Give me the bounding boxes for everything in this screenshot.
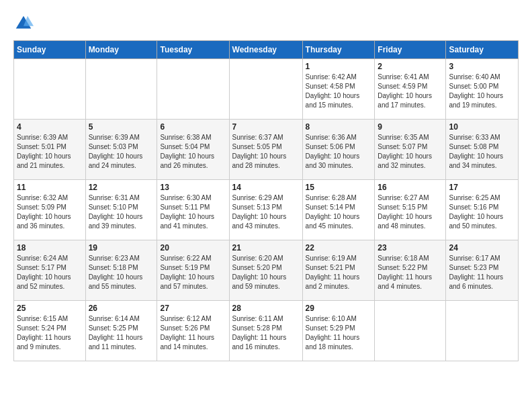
day-number: 11 (17, 183, 83, 192)
header-cell-tuesday: Tuesday (157, 41, 229, 59)
day-info: Sunrise: 6:37 AM Sunset: 5:05 PM Dayligh… (232, 133, 300, 171)
day-info: Sunrise: 6:29 AM Sunset: 5:13 PM Dayligh… (232, 193, 300, 231)
day-cell: 27Sunrise: 6:12 AM Sunset: 5:26 PM Dayli… (157, 301, 229, 361)
day-cell: 19Sunrise: 6:23 AM Sunset: 5:18 PM Dayli… (85, 240, 157, 301)
day-number: 25 (17, 304, 83, 313)
header-cell-monday: Monday (85, 41, 157, 59)
day-number: 27 (160, 304, 226, 313)
day-info: Sunrise: 6:33 AM Sunset: 5:08 PM Dayligh… (449, 133, 515, 171)
day-cell: 1Sunrise: 6:42 AM Sunset: 4:58 PM Daylig… (302, 59, 375, 120)
day-cell: 23Sunrise: 6:18 AM Sunset: 5:22 PM Dayli… (375, 240, 446, 301)
day-cell (375, 301, 446, 361)
day-info: Sunrise: 6:31 AM Sunset: 5:10 PM Dayligh… (89, 193, 154, 231)
day-number: 17 (449, 183, 515, 192)
day-info: Sunrise: 6:27 AM Sunset: 5:15 PM Dayligh… (378, 193, 443, 231)
day-cell: 12Sunrise: 6:31 AM Sunset: 5:10 PM Dayli… (85, 180, 157, 240)
week-row-3: 18Sunrise: 6:24 AM Sunset: 5:17 PM Dayli… (14, 240, 519, 301)
day-info: Sunrise: 6:22 AM Sunset: 5:19 PM Dayligh… (160, 254, 226, 291)
day-number: 5 (89, 122, 154, 132)
day-number: 19 (89, 243, 154, 253)
day-info: Sunrise: 6:18 AM Sunset: 5:22 PM Dayligh… (378, 254, 443, 291)
day-cell: 26Sunrise: 6:14 AM Sunset: 5:25 PM Dayli… (85, 301, 157, 361)
day-cell: 8Sunrise: 6:36 AM Sunset: 5:06 PM Daylig… (302, 120, 375, 180)
week-row-2: 11Sunrise: 6:32 AM Sunset: 5:09 PM Dayli… (14, 180, 519, 240)
day-cell: 10Sunrise: 6:33 AM Sunset: 5:08 PM Dayli… (446, 120, 519, 180)
day-cell: 16Sunrise: 6:27 AM Sunset: 5:15 PM Dayli… (375, 180, 446, 240)
day-number: 28 (232, 304, 300, 313)
day-cell: 20Sunrise: 6:22 AM Sunset: 5:19 PM Dayli… (157, 240, 229, 301)
header-cell-saturday: Saturday (446, 41, 519, 59)
day-cell: 6Sunrise: 6:38 AM Sunset: 5:04 PM Daylig… (157, 120, 229, 180)
day-cell (85, 59, 157, 120)
day-info: Sunrise: 6:32 AM Sunset: 5:09 PM Dayligh… (17, 193, 83, 231)
day-number: 10 (449, 122, 515, 132)
day-info: Sunrise: 6:17 AM Sunset: 5:23 PM Dayligh… (449, 254, 515, 291)
day-info: Sunrise: 6:20 AM Sunset: 5:20 PM Dayligh… (232, 254, 300, 291)
day-cell (446, 301, 519, 361)
day-number: 24 (449, 243, 515, 253)
day-number: 3 (449, 62, 515, 71)
day-cell: 15Sunrise: 6:28 AM Sunset: 5:14 PM Dayli… (302, 180, 375, 240)
calendar-table: SundayMondayTuesdayWednesdayThursdayFrid… (13, 40, 519, 361)
day-number: 14 (232, 183, 300, 192)
calendar-body: 1Sunrise: 6:42 AM Sunset: 4:58 PM Daylig… (14, 59, 519, 361)
day-info: Sunrise: 6:39 AM Sunset: 5:01 PM Dayligh… (17, 133, 83, 171)
day-number: 26 (89, 304, 154, 313)
day-number: 9 (378, 122, 443, 132)
day-number: 8 (306, 122, 372, 132)
day-cell: 14Sunrise: 6:29 AM Sunset: 5:13 PM Dayli… (229, 180, 302, 240)
day-cell: 4Sunrise: 6:39 AM Sunset: 5:01 PM Daylig… (14, 120, 86, 180)
day-info: Sunrise: 6:11 AM Sunset: 5:28 PM Dayligh… (232, 314, 300, 352)
calendar-header: SundayMondayTuesdayWednesdayThursdayFrid… (14, 41, 519, 59)
day-cell: 13Sunrise: 6:30 AM Sunset: 5:11 PM Dayli… (157, 180, 229, 240)
day-cell: 7Sunrise: 6:37 AM Sunset: 5:05 PM Daylig… (229, 120, 302, 180)
day-number: 12 (89, 183, 154, 192)
week-row-4: 25Sunrise: 6:15 AM Sunset: 5:24 PM Dayli… (14, 301, 519, 361)
week-row-1: 4Sunrise: 6:39 AM Sunset: 5:01 PM Daylig… (14, 120, 519, 180)
header-cell-sunday: Sunday (14, 41, 86, 59)
header (13, 13, 519, 34)
day-cell: 5Sunrise: 6:39 AM Sunset: 5:03 PM Daylig… (85, 120, 157, 180)
day-info: Sunrise: 6:24 AM Sunset: 5:17 PM Dayligh… (17, 254, 83, 291)
day-cell: 29Sunrise: 6:10 AM Sunset: 5:29 PM Dayli… (302, 301, 375, 361)
header-cell-thursday: Thursday (302, 41, 375, 59)
day-number: 16 (378, 183, 443, 192)
day-cell (229, 59, 302, 120)
day-info: Sunrise: 6:19 AM Sunset: 5:21 PM Dayligh… (306, 254, 372, 291)
day-info: Sunrise: 6:15 AM Sunset: 5:24 PM Dayligh… (17, 314, 83, 352)
header-row: SundayMondayTuesdayWednesdayThursdayFrid… (14, 41, 519, 59)
day-info: Sunrise: 6:38 AM Sunset: 5:04 PM Dayligh… (160, 133, 226, 171)
day-cell: 3Sunrise: 6:40 AM Sunset: 5:00 PM Daylig… (446, 59, 519, 120)
day-number: 4 (17, 122, 83, 132)
day-info: Sunrise: 6:41 AM Sunset: 4:59 PM Dayligh… (378, 73, 443, 110)
day-info: Sunrise: 6:23 AM Sunset: 5:18 PM Dayligh… (89, 254, 154, 291)
day-number: 23 (378, 243, 443, 253)
day-info: Sunrise: 6:12 AM Sunset: 5:26 PM Dayligh… (160, 314, 226, 352)
page: SundayMondayTuesdayWednesdayThursdayFrid… (0, 0, 532, 411)
day-number: 2 (378, 62, 443, 71)
day-info: Sunrise: 6:39 AM Sunset: 5:03 PM Dayligh… (89, 133, 154, 171)
day-number: 22 (306, 243, 372, 253)
day-info: Sunrise: 6:10 AM Sunset: 5:29 PM Dayligh… (306, 314, 372, 352)
day-cell: 25Sunrise: 6:15 AM Sunset: 5:24 PM Dayli… (14, 301, 86, 361)
day-number: 21 (232, 243, 300, 253)
day-number: 13 (160, 183, 226, 192)
header-cell-wednesday: Wednesday (229, 41, 302, 59)
day-info: Sunrise: 6:42 AM Sunset: 4:58 PM Dayligh… (306, 73, 372, 110)
day-cell: 18Sunrise: 6:24 AM Sunset: 5:17 PM Dayli… (14, 240, 86, 301)
day-number: 15 (306, 183, 372, 192)
day-cell: 9Sunrise: 6:35 AM Sunset: 5:07 PM Daylig… (375, 120, 446, 180)
day-cell: 28Sunrise: 6:11 AM Sunset: 5:28 PM Dayli… (229, 301, 302, 361)
day-number: 1 (306, 62, 372, 71)
logo-icon (13, 13, 34, 34)
day-number: 18 (17, 243, 83, 253)
day-info: Sunrise: 6:36 AM Sunset: 5:06 PM Dayligh… (306, 133, 372, 171)
day-number: 7 (232, 122, 300, 132)
day-cell: 24Sunrise: 6:17 AM Sunset: 5:23 PM Dayli… (446, 240, 519, 301)
day-info: Sunrise: 6:28 AM Sunset: 5:14 PM Dayligh… (306, 193, 372, 231)
day-info: Sunrise: 6:14 AM Sunset: 5:25 PM Dayligh… (89, 314, 154, 352)
day-cell (14, 59, 86, 120)
day-info: Sunrise: 6:25 AM Sunset: 5:16 PM Dayligh… (449, 193, 515, 231)
day-number: 20 (160, 243, 226, 253)
week-row-0: 1Sunrise: 6:42 AM Sunset: 4:58 PM Daylig… (14, 59, 519, 120)
